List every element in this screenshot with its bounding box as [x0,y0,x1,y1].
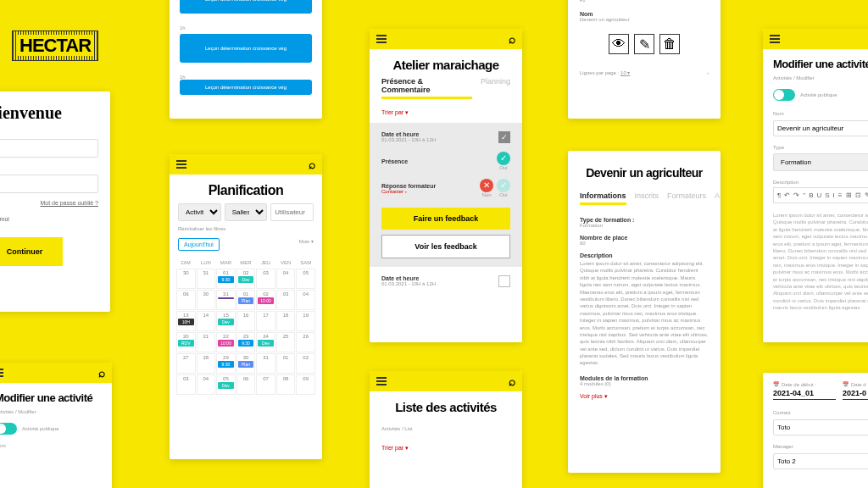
search-icon[interactable]: ⌕ [309,158,315,171]
modifier-title-r: Modifier une activité [763,49,868,75]
logo: HECTAR [12,30,98,61]
contact-input[interactable] [773,419,868,435]
contact-link[interactable]: Contacter › [381,189,436,194]
search-icon[interactable]: ⌕ [98,366,105,380]
calendar-icon: 📅 [773,381,779,387]
edit-icon[interactable]: ✎ [634,34,654,54]
checkbox[interactable]: ✓ [498,131,510,143]
date-end-input[interactable]: 2021-0 [843,387,868,400]
menu-icon[interactable] [770,35,780,43]
modifier-title: Modifier une activité [0,383,112,409]
email-field[interactable] [0,139,98,158]
menu-icon[interactable] [0,369,3,377]
checkbox[interactable] [498,275,510,287]
name-input[interactable] [773,120,868,136]
lesson-item[interactable]: Leçon détermination croissance vég [180,34,312,63]
list-title: Liste des activités [370,391,522,419]
sort-select[interactable]: Trier par ▾ [381,445,510,452]
reset-filters[interactable]: Réinitialiser les filtres [170,226,322,238]
sort-select[interactable]: Trier par ▾ [370,106,522,123]
delete-icon[interactable]: 🗑 [659,34,680,54]
breadcrumb: Activités / Modifier [773,75,868,80]
view-icon[interactable]: 👁 [609,34,629,54]
feedback-button[interactable]: Faire un feedback [381,208,510,230]
tab-planning[interactable]: Planning [481,77,510,99]
check-icon[interactable]: ✓ [497,179,510,192]
lesson-item[interactable]: Leçon détermination croissance vég [180,80,312,95]
rich-editor-toolbar[interactable]: ¶↶↷"BUSI≡⊞⊡✎<>?P [773,187,868,203]
breadcrumb: Activités / List [381,426,510,431]
manager-input[interactable] [773,453,868,469]
tab-presence[interactable]: Présence & Commentaire [381,77,472,99]
today-button[interactable]: Aujourd'hui [178,238,220,251]
prev-page[interactable]: ‹ [707,70,709,75]
search-icon[interactable]: ⌕ [509,32,515,46]
tab-info[interactable]: Informations [580,191,626,205]
menu-icon[interactable] [376,377,387,385]
public-toggle[interactable] [773,89,795,101]
view-feedback-button[interactable]: Voir les feedback [381,235,510,258]
check-icon[interactable]: ✓ [497,152,510,165]
login-title: Bienvenue [0,103,98,123]
date-start-input[interactable]: 2021-04_01 [773,387,836,400]
formation-title: Devenir un agriculteur [568,151,721,185]
tab-inscrits[interactable]: Inscrits [635,191,659,205]
per-page-select[interactable]: 10 ▾ [620,70,630,75]
tab-formateurs[interactable]: Formateurs [667,191,706,205]
filter-users[interactable] [270,203,314,221]
view-select[interactable]: Mois ▾ [299,238,314,251]
type-select[interactable]: Formation [773,153,868,171]
calendar-icon: 📅 [843,381,849,387]
x-icon[interactable]: ✕ [480,179,493,192]
atelier-title: Atelier maraichage [370,49,522,77]
login-button[interactable]: Continuer [0,237,63,266]
breadcrumb: Activités / Modifier [0,409,103,414]
lesson-item[interactable]: Leçon détermination croissance vég [180,0,312,14]
password-field[interactable] [0,175,98,193]
search-icon[interactable]: ⌕ [509,374,515,388]
forgot-link[interactable]: Mot de passe oublié ? [0,200,98,206]
menu-icon[interactable] [376,35,387,43]
planning-title: Planification [170,175,322,203]
filter-activities[interactable]: Activités [178,203,221,221]
filter-rooms[interactable]: Salles [225,203,268,221]
remember-label: ir de moi [0,216,98,222]
more-link[interactable]: Voir plus ▾ [580,393,709,400]
public-toggle[interactable] [0,423,17,435]
menu-icon[interactable] [176,160,186,169]
